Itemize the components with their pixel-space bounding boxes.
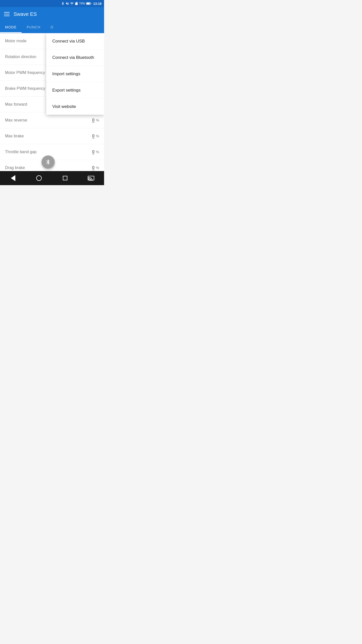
- tab-other[interactable]: O: [46, 21, 59, 33]
- app-title: Swave ES: [14, 11, 37, 17]
- setting-label-motor-pwm-frequency: Motor PWM frequency: [5, 70, 45, 75]
- dropdown-item-connect-usb[interactable]: Connect via USB: [46, 33, 104, 50]
- bluetooth-fab[interactable]: [41, 155, 55, 169]
- status-icons: 74% 13:18: [61, 2, 102, 6]
- setting-label-max-brake: Max brake: [5, 134, 24, 138]
- setting-value-max-reverse: 0 %: [92, 118, 99, 123]
- setting-label-drag-brake: Drag brake: [5, 166, 25, 170]
- home-button[interactable]: [33, 172, 45, 184]
- setting-row-max-brake[interactable]: Max brake0 %: [0, 128, 104, 144]
- dropdown-item-export-settings[interactable]: Export settings: [46, 82, 104, 99]
- time-display: 13:18: [93, 2, 102, 6]
- tab-mode[interactable]: MODE: [0, 21, 22, 33]
- battery-icon: [86, 2, 91, 5]
- battery-percent: 74%: [79, 2, 85, 5]
- dropdown-item-connect-bluetooth[interactable]: Connect via Bluetooth: [46, 50, 104, 66]
- tab-punch[interactable]: PUNCH: [22, 21, 46, 33]
- setting-label-motor-mode: Motor mode: [5, 39, 26, 43]
- wifi-icon: [70, 2, 74, 5]
- setting-label-throttle-band-gap: Throttle band gap: [5, 150, 36, 154]
- bluetooth-fab-icon: [45, 159, 51, 165]
- setting-label-brake-pwm-frequency: Brake PWM frequency: [5, 86, 45, 91]
- cast-button[interactable]: [85, 172, 97, 184]
- setting-value-drag-brake: 0 %: [92, 166, 99, 170]
- dropdown-item-visit-website[interactable]: Visit website: [46, 99, 104, 115]
- setting-row-max-reverse[interactable]: Max reverse0 %: [0, 112, 104, 128]
- svg-rect-2: [91, 3, 91, 4]
- menu-button[interactable]: [4, 12, 10, 16]
- setting-label-max-reverse: Max reverse: [5, 118, 27, 123]
- setting-value-throttle-band-gap: 0 %: [92, 150, 99, 154]
- bottom-nav: [0, 171, 104, 185]
- back-button[interactable]: [7, 172, 19, 184]
- setting-label-rotation-direction: Rotation direction: [5, 55, 36, 59]
- content-area: Motor modeRotation directionMotor PWM fr…: [0, 33, 104, 171]
- mute-icon: [66, 2, 69, 5]
- cast-icon: [88, 175, 94, 181]
- bluetooth-status-icon: [61, 2, 65, 5]
- dropdown-item-import-settings[interactable]: Import settings: [46, 66, 104, 82]
- svg-rect-1: [86, 3, 90, 4]
- setting-label-max-forward: Max forward: [5, 102, 27, 107]
- status-bar: 74% 13:18: [0, 0, 104, 7]
- setting-value-max-brake: 0 %: [92, 134, 99, 138]
- recents-button[interactable]: [59, 172, 71, 184]
- tabs-bar: MODE PUNCH O: [0, 21, 104, 33]
- sd-icon: [75, 2, 78, 5]
- app-bar: Swave ES: [0, 7, 104, 21]
- dropdown-menu: Connect via USBConnect via BluetoothImpo…: [46, 33, 104, 115]
